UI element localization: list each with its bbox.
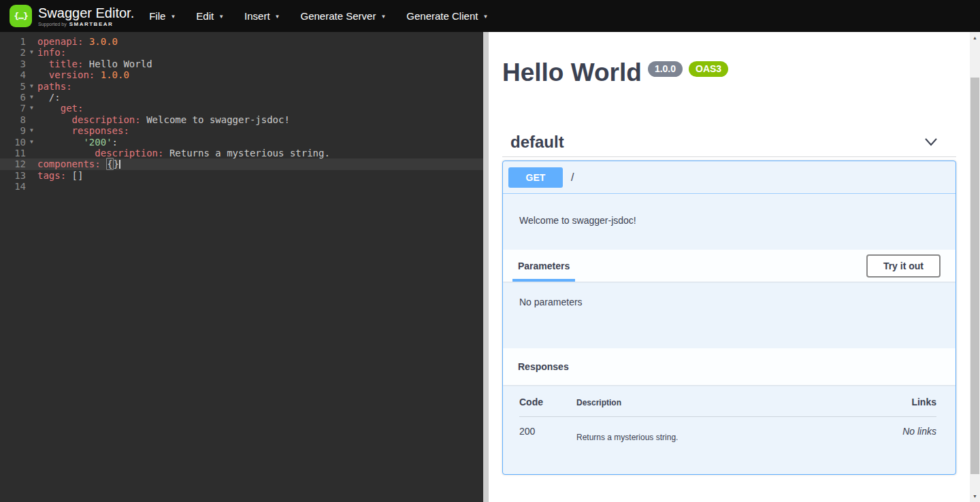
app-title: Swagger Editor. — [38, 5, 134, 20]
token-plain: [] — [66, 170, 83, 181]
token-plain: Hello World — [83, 58, 152, 69]
responses-table-header: Code Description Links — [519, 397, 936, 417]
menu-insert-label: Insert — [244, 10, 270, 22]
token-plain: : — [112, 137, 118, 148]
swagger-logo: {…} — [10, 5, 32, 27]
line-code: paths: — [37, 81, 72, 92]
token-num: 3.0.0 — [89, 36, 118, 47]
token-key: description: — [72, 114, 141, 125]
api-title: Hello World — [502, 60, 642, 85]
token-key: version: — [49, 69, 95, 80]
fold-spacer — [26, 148, 37, 158]
response-links: No links — [902, 426, 936, 442]
menu-file-label: File — [149, 10, 165, 22]
editor-line-8[interactable]: 8 description: Welcome to swagger-jsdoc! — [0, 114, 483, 125]
fold-spacer — [26, 58, 37, 69]
caret-down-icon: ▼ — [170, 12, 176, 20]
editor-line-2[interactable]: 2▼info: — [0, 47, 483, 58]
line-code: get: — [37, 103, 83, 114]
menu-generate-client[interactable]: Generate Client ▼ — [406, 10, 488, 22]
token-plain — [101, 158, 106, 169]
token-plain — [37, 69, 49, 80]
line-code: title: Hello World — [37, 58, 152, 69]
editor-line-13[interactable]: 13tags: [] — [0, 170, 483, 181]
editor-line-14[interactable]: 14 — [0, 181, 483, 192]
api-title-row: Hello World 1.0.0 OAS3 — [502, 60, 956, 85]
caret-down-icon: ▼ — [483, 12, 488, 20]
version-badge: 1.0.0 — [648, 61, 683, 77]
fold-caret-icon[interactable]: ▼ — [26, 81, 37, 92]
fold-spacer — [26, 36, 37, 47]
chevron-down-icon[interactable] — [924, 137, 938, 148]
menubar: File ▼ Edit ▼ Insert ▼ Generate Server ▼… — [149, 10, 488, 22]
get-method-badge[interactable]: GET — [508, 167, 563, 188]
parameters-header: Parameters Try it out — [503, 250, 956, 282]
links-column-header: Links — [911, 397, 936, 407]
line-number: 13 — [0, 170, 26, 181]
parameters-body: No parameters — [503, 282, 956, 348]
menu-edit-label: Edit — [196, 10, 214, 22]
description-column-header: Description — [576, 397, 911, 407]
brand-tagline: Supported by SMARTBEAR — [38, 21, 134, 27]
editor-line-1[interactable]: 1openapi: 3.0.0 — [0, 36, 483, 47]
fold-caret-icon[interactable]: ▼ — [26, 137, 37, 148]
scrollbar[interactable]: ▲ ▼ — [970, 32, 980, 502]
response-code: 200 — [519, 426, 576, 442]
responses-heading: Responses — [518, 361, 569, 372]
editor-line-3[interactable]: 3 title: Hello World — [0, 58, 483, 69]
editor-line-4[interactable]: 4 version: 1.0.0 — [0, 69, 483, 80]
parameters-tab-label: Parameters — [518, 261, 570, 271]
scroll-up-button[interactable]: ▲ — [970, 32, 980, 44]
token-key: info: — [37, 47, 66, 58]
token-key: components: — [37, 158, 101, 169]
try-it-out-button[interactable]: Try it out — [866, 254, 941, 278]
line-code: version: 1.0.0 — [37, 69, 129, 80]
line-number: 2 — [0, 47, 26, 58]
editor-line-7[interactable]: 7▼ get: — [0, 103, 483, 114]
tag-title: default — [510, 133, 564, 152]
topbar: {…} Swagger Editor. Supported by SMARTBE… — [0, 0, 980, 32]
editor-line-12[interactable]: 12components: {} — [0, 158, 483, 169]
editor-line-10[interactable]: 10▼ '200': — [0, 137, 483, 148]
tab-parameters[interactable]: Parameters — [518, 250, 570, 282]
editor-line-6[interactable]: 6▼ /: — [0, 92, 483, 103]
scroll-thumb[interactable] — [970, 78, 979, 474]
line-number: 3 — [0, 58, 26, 69]
operation-summary[interactable]: GET / — [503, 161, 956, 194]
yaml-code-editor[interactable]: 1openapi: 3.0.02▼info:3 title: Hello Wor… — [0, 32, 483, 502]
fold-spacer — [26, 181, 37, 192]
oas3-badge: OAS3 — [689, 61, 728, 77]
tag-section-header[interactable]: default — [502, 133, 956, 157]
token-key: get: — [61, 103, 84, 114]
token-key: openapi: — [37, 36, 83, 47]
token-plain: } — [114, 158, 119, 169]
token-plain: Welcome to swagger-jsdoc! — [141, 114, 290, 125]
editor-line-9[interactable]: 9▼ responses: — [0, 125, 483, 136]
menu-insert[interactable]: Insert ▼ — [244, 10, 280, 22]
token-key: description: — [95, 148, 163, 158]
line-number: 6 — [0, 92, 26, 103]
fold-caret-icon[interactable]: ▼ — [26, 103, 37, 114]
fold-caret-icon[interactable]: ▼ — [26, 47, 37, 58]
fold-caret-icon[interactable]: ▼ — [26, 92, 37, 103]
editor-line-11[interactable]: 11 description: Returns a mysterious str… — [0, 148, 483, 158]
menu-file[interactable]: File ▼ — [149, 10, 176, 22]
text-cursor — [119, 160, 120, 169]
editor-line-5[interactable]: 5▼paths: — [0, 81, 483, 92]
line-number: 11 — [0, 148, 26, 158]
menu-generate-server[interactable]: Generate Server ▼ — [301, 10, 387, 22]
scroll-down-button[interactable]: ▼ — [970, 490, 980, 502]
line-number: 9 — [0, 125, 26, 136]
responses-rows: 200Returns a mysterious string.No links — [519, 417, 936, 442]
token-key: title: — [49, 58, 84, 69]
token-plain — [37, 103, 61, 114]
line-number: 12 — [0, 158, 26, 169]
fold-spacer — [26, 69, 37, 80]
menu-generate-client-label: Generate Client — [406, 10, 478, 22]
fold-caret-icon[interactable]: ▼ — [26, 125, 37, 136]
smartbear-wordmark: SMARTBEAR — [69, 21, 114, 27]
line-code: tags: [] — [37, 170, 83, 181]
pane-splitter[interactable] — [483, 32, 489, 502]
menu-edit[interactable]: Edit ▼ — [196, 10, 224, 22]
token-plain — [37, 137, 83, 148]
